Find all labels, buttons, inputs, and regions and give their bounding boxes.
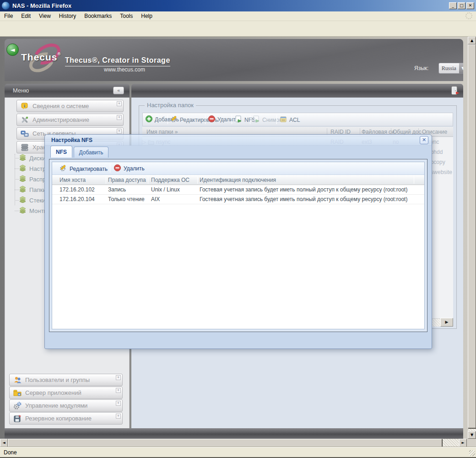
close-button[interactable]: ✕ — [466, 2, 474, 9]
chevron-down-icon[interactable]: ▼ — [459, 63, 463, 73]
layers-icon — [19, 196, 26, 205]
horizontal-scroll-thumb[interactable] — [8, 439, 442, 447]
expand-plus-icon[interactable]: + — [116, 414, 121, 419]
folder-plus-icon: + — [13, 389, 22, 397]
edit-icon — [170, 115, 178, 124]
snapshot-sheet-icon — [253, 115, 260, 124]
menu-help[interactable]: Help — [137, 12, 157, 20]
nfs-edit-button[interactable]: Редактировать — [60, 164, 108, 173]
nfs-table-header: Имя хоста Права доступа Поддержка ОС Иде… — [52, 175, 424, 185]
nfs-toolbar: Редактировать Удалить — [52, 162, 424, 175]
svg-text:+: + — [18, 392, 21, 396]
dialog-close-icon[interactable]: ✕ — [420, 136, 428, 144]
expand-plus-icon[interactable]: + — [117, 129, 122, 134]
scroll-up-arrow[interactable]: ▲ — [468, 37, 476, 44]
sidebar-item-app-server[interactable]: + Сервер приложений + — [9, 387, 123, 399]
storage-icon — [21, 143, 29, 152]
acl-icon — [280, 115, 287, 124]
footer-bar: THECUS N5500 V3.00.08 — [5, 428, 463, 439]
language-select[interactable]: Russia ▼ — [438, 63, 463, 74]
sidebar-item-module-management[interactable]: Управление модулями + — [9, 399, 123, 412]
language-label: Язык: — [414, 65, 428, 71]
scroll-right-arrow[interactable]: ► — [459, 439, 467, 447]
delete-icon — [208, 115, 215, 124]
back-button[interactable]: ◄ — [6, 44, 19, 56]
scroll-left-arrow[interactable]: ◄ — [0, 439, 8, 447]
status-bar: Done — [0, 447, 476, 457]
nfs-tab-panel: Редактировать Удалить Имя хоста Права до… — [49, 159, 427, 332]
vertical-scroll-thumb[interactable] — [468, 44, 476, 428]
nfs-host-row[interactable]: 172.16.20.102 Запись Unix / Linux Гостев… — [52, 185, 424, 195]
menu-bookmarks[interactable]: Bookmarks — [80, 12, 116, 20]
sidebar-collapse-button[interactable]: « — [113, 87, 124, 94]
window-title: NAS - Mozilla Firefox — [12, 2, 71, 9]
sidebar-subitem-mount[interactable]: Монти — [19, 207, 47, 215]
layers-icon — [19, 154, 26, 163]
window-titlebar[interactable]: NAS - Mozilla Firefox _ □ ✕ — [0, 0, 476, 11]
nfs-table-panel: Редактировать Удалить Имя хоста Права до… — [52, 162, 425, 329]
acl-button[interactable]: ACL — [280, 115, 300, 124]
menu-history[interactable]: History — [55, 12, 80, 20]
tree-line — [15, 154, 15, 205]
menu-view[interactable]: View — [35, 12, 55, 20]
sidebar-item-backup[interactable]: Резервное копирование + — [9, 412, 123, 425]
language-value: Russia — [439, 63, 459, 73]
nfs-dialog-titlebar[interactable]: Настройка NFS ✕ — [45, 135, 432, 146]
info-icon: i — [21, 102, 29, 110]
expand-plus-icon[interactable]: + — [116, 375, 121, 380]
sidebar-subitem-stacks[interactable]: Стеки — [19, 196, 45, 205]
expand-plus-icon[interactable]: + — [117, 101, 122, 106]
delete-folder-button[interactable]: Удалить — [208, 115, 238, 124]
column-host-name[interactable]: Имя хоста — [60, 177, 86, 183]
floppy-icon — [13, 414, 22, 423]
nfs-dialog-title: Настройка NFS — [51, 137, 92, 143]
column-os-support[interactable]: Поддержка ОС — [151, 177, 189, 183]
gears-icon — [13, 402, 22, 410]
sidebar-subitem-space[interactable]: Распр — [19, 175, 46, 184]
scrollbar-corner — [467, 439, 476, 447]
nfs-host-row[interactable]: 172.16.20.104 Только чтение AIX Гостевая… — [52, 195, 424, 204]
layers-icon — [19, 164, 26, 173]
column-connection-id[interactable]: Идентификация подключения — [200, 177, 276, 183]
layers-icon — [19, 175, 26, 184]
scroll-right-arrow[interactable]: ▶ — [440, 318, 453, 327]
browser-menubar: File Edit View History Bookmarks Tools H… — [0, 11, 476, 21]
minimize-button[interactable]: _ — [449, 2, 457, 9]
column-access-rights[interactable]: Права доступа — [108, 177, 146, 183]
sidebar-item-system-info[interactable]: i Сведения о системе + — [16, 100, 124, 112]
scroll-down-arrow[interactable]: ▼ — [468, 431, 476, 439]
nfs-delete-button[interactable]: Удалить — [114, 164, 145, 173]
expand-plus-icon[interactable]: + — [117, 115, 122, 120]
layers-icon — [19, 207, 26, 215]
users-icon — [13, 376, 22, 384]
sidebar-subitem-folders[interactable]: Папки — [19, 185, 46, 194]
menu-file[interactable]: File — [0, 12, 17, 20]
delete-icon — [114, 164, 121, 173]
sidebar-subitem-raid[interactable]: Настр — [19, 164, 46, 173]
maximize-button[interactable]: □ — [458, 2, 465, 9]
expand-plus-icon[interactable]: + — [116, 388, 121, 393]
nfs-sheet-icon — [235, 115, 242, 124]
tab-nfs[interactable]: NFS — [50, 146, 72, 158]
sidebar-item-administration[interactable]: Администрирование + — [16, 114, 124, 126]
thecus-logo: Thecus® — [21, 52, 61, 63]
resize-grip[interactable] — [469, 450, 475, 456]
network-icon — [21, 130, 29, 138]
menu-tools[interactable]: Tools — [116, 12, 137, 20]
edit-icon — [60, 164, 67, 173]
tools-icon — [21, 116, 29, 124]
main-header-bar — [131, 84, 463, 98]
menu-edit[interactable]: Edit — [17, 12, 35, 20]
logout-door-icon[interactable] — [450, 86, 460, 98]
folders-fieldset-title: Настройка папок — [145, 102, 196, 109]
tab-add[interactable]: Добавить — [74, 147, 108, 158]
sidebar-header: Меню « — [5, 84, 130, 98]
thecus-banner: Thecus® Thecus®, Creator in Storage www.… — [5, 39, 463, 81]
expand-plus-icon[interactable]: + — [116, 401, 121, 406]
layers-icon — [19, 185, 26, 194]
sidebar-title: Меню — [13, 87, 29, 94]
sidebar-item-users-groups[interactable]: Пользователи и группы + — [9, 374, 123, 386]
firefox-window: NAS - Mozilla Firefox _ □ ✕ File Edit Vi… — [0, 0, 476, 458]
status-text: Done — [4, 449, 17, 456]
sidebar-subitem-disks[interactable]: Диски — [19, 154, 46, 163]
